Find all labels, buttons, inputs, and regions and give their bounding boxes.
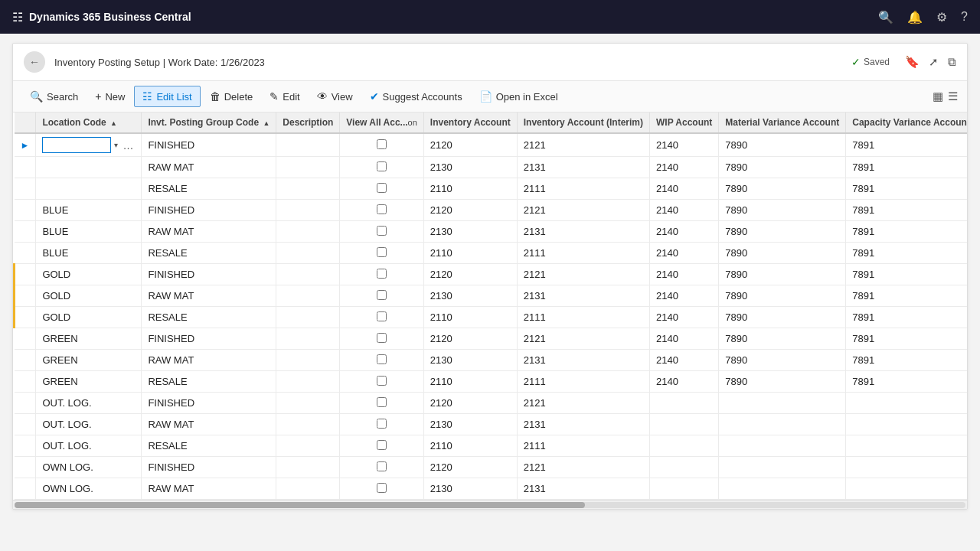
description-cell xyxy=(276,414,340,435)
inventory-account-cell: 2120 xyxy=(423,328,517,350)
view-all-accounts-cell[interactable] xyxy=(340,178,424,200)
table-row: GOLDRESALE21102111214078907891 xyxy=(15,307,968,328)
view-all-accounts-cell[interactable] xyxy=(340,350,424,371)
view-all-accounts-cell[interactable] xyxy=(340,414,424,435)
view-all-accounts-cell[interactable] xyxy=(340,285,424,307)
wip-account-cell xyxy=(649,478,718,500)
view-all-accounts-checkbox[interactable] xyxy=(377,397,387,407)
view-all-accounts-checkbox[interactable] xyxy=(377,419,387,429)
help-icon[interactable]: ? xyxy=(961,10,968,24)
new-button[interactable]: + New xyxy=(87,86,132,106)
view-all-accounts-checkbox[interactable] xyxy=(377,247,387,257)
description-cell xyxy=(276,350,340,371)
search-button[interactable]: 🔍 Search xyxy=(22,86,86,106)
col-description[interactable]: Description xyxy=(276,112,340,133)
view-all-accounts-cell[interactable] xyxy=(340,393,424,414)
column-settings-icon[interactable]: ☰ xyxy=(948,90,958,103)
table-row: GREENFINISHED21202121214078907891 xyxy=(15,328,968,350)
dropdown-chevron-icon[interactable]: ▾ xyxy=(114,141,118,149)
view-all-accounts-cell[interactable] xyxy=(340,200,424,221)
edit-list-label: Edit List xyxy=(156,91,191,103)
view-all-accounts-cell[interactable] xyxy=(340,221,424,243)
view-all-accounts-cell[interactable] xyxy=(340,435,424,457)
col-invt-posting-group-code[interactable]: Invt. Posting Group Code ▲ xyxy=(142,112,276,133)
edit-button[interactable]: ✎ Edit xyxy=(262,86,307,106)
view-all-accounts-cell[interactable] xyxy=(340,157,424,178)
inventory-account-interim-cell: 2121 xyxy=(517,393,649,414)
location-code-cell: OWN LOG. xyxy=(36,457,142,478)
inventory-account-interim-cell: 2131 xyxy=(517,350,649,371)
view-all-accounts-checkbox[interactable] xyxy=(377,333,387,343)
table-body: ►▾…FINISHED21202121214078907891RAW MAT21… xyxy=(15,133,968,500)
inventory-account-cell: 2110 xyxy=(423,243,517,264)
view-all-accounts-checkbox[interactable] xyxy=(377,139,387,149)
col-wip-account[interactable]: WIP Account xyxy=(649,112,718,133)
material-variance-account-cell: 7890 xyxy=(719,200,846,221)
bookmark-icon[interactable]: 🔖 xyxy=(905,55,920,69)
location-code-cell: OUT. LOG. xyxy=(36,393,142,414)
settings-icon[interactable]: ⚙ xyxy=(936,10,947,24)
suggest-accounts-button[interactable]: ✔ Suggest Accounts xyxy=(362,86,470,106)
wip-account-cell: 2140 xyxy=(649,221,718,243)
view-button[interactable]: 👁 View xyxy=(309,86,361,106)
table-row: RESALE21102111214078907891 xyxy=(15,178,968,200)
view-all-accounts-checkbox[interactable] xyxy=(377,183,387,193)
location-code-cell[interactable]: ▾… xyxy=(36,133,142,157)
table-row: OUT. LOG.FINISHED21202121 xyxy=(15,393,968,414)
material-variance-account-cell: 7890 xyxy=(719,243,846,264)
inventory-account-interim-cell: 2131 xyxy=(517,285,649,307)
view-all-accounts-cell[interactable] xyxy=(340,264,424,285)
view-all-accounts-checkbox[interactable] xyxy=(377,311,387,321)
bell-icon[interactable]: 🔔 xyxy=(907,10,923,24)
col-capacity-variance-account[interactable]: Capacity Variance Account xyxy=(846,112,967,133)
col-location-code[interactable]: Location Code ▲ xyxy=(36,112,142,133)
scroll-thumb xyxy=(15,502,585,508)
view-all-accounts-cell[interactable] xyxy=(340,371,424,393)
back-button[interactable]: ← xyxy=(24,51,45,73)
invt-posting-group-code-cell: RAW MAT xyxy=(142,414,276,435)
row-indicator-cell: ► xyxy=(15,133,36,157)
location-code-input[interactable] xyxy=(42,137,111,153)
col-view-all-accounts[interactable]: View All Acc...on xyxy=(340,112,424,133)
cell-more-icon[interactable]: … xyxy=(121,139,135,152)
inventory-account-interim-cell: 2121 xyxy=(517,200,649,221)
delete-button[interactable]: 🗑 Delete xyxy=(202,86,261,106)
edit-list-button[interactable]: ☷ Edit List xyxy=(134,86,200,107)
view-all-accounts-checkbox[interactable] xyxy=(377,376,387,386)
edit-list-icon: ☷ xyxy=(142,90,152,103)
view-all-accounts-checkbox[interactable] xyxy=(377,354,387,364)
view-all-accounts-checkbox[interactable] xyxy=(377,161,387,171)
share-icon[interactable]: ➚ xyxy=(929,55,939,69)
view-all-accounts-checkbox[interactable] xyxy=(377,269,387,279)
view-all-accounts-cell[interactable] xyxy=(340,478,424,500)
invt-posting-group-code-cell: FINISHED xyxy=(142,457,276,478)
view-icon: 👁 xyxy=(317,90,328,103)
row-indicator-cell xyxy=(15,478,36,500)
view-all-accounts-cell[interactable] xyxy=(340,307,424,328)
inventory-account-cell: 2120 xyxy=(423,264,517,285)
view-all-accounts-checkbox[interactable] xyxy=(377,440,387,450)
view-all-accounts-cell[interactable] xyxy=(340,457,424,478)
location-code-cell: OUT. LOG. xyxy=(36,414,142,435)
filter-icon[interactable]: ▦ xyxy=(933,90,943,103)
edit-label: Edit xyxy=(283,91,299,103)
view-all-accounts-cell[interactable] xyxy=(340,328,424,350)
search-icon[interactable]: 🔍 xyxy=(878,10,893,24)
location-code-cell: OWN LOG. xyxy=(36,478,142,500)
view-all-accounts-checkbox[interactable] xyxy=(377,461,387,471)
view-all-accounts-cell[interactable] xyxy=(340,133,424,157)
table-row: OUT. LOG.RESALE21102111 xyxy=(15,435,968,457)
col-inventory-account-interim[interactable]: Inventory Account (Interim) xyxy=(517,112,649,133)
view-all-accounts-cell[interactable] xyxy=(340,243,424,264)
col-inventory-account[interactable]: Inventory Account xyxy=(423,112,517,133)
col-material-variance-account[interactable]: Material Variance Account xyxy=(719,112,846,133)
wip-account-cell: 2140 xyxy=(649,157,718,178)
horizontal-scrollbar[interactable] xyxy=(13,500,967,509)
page-container: ← Inventory Posting Setup | Work Date: 1… xyxy=(12,43,968,510)
fullscreen-icon[interactable]: ⧉ xyxy=(948,55,956,69)
open-in-excel-button[interactable]: 📄 Open in Excel xyxy=(472,86,566,106)
view-all-accounts-checkbox[interactable] xyxy=(377,226,387,236)
view-all-accounts-checkbox[interactable] xyxy=(377,204,387,214)
view-all-accounts-checkbox[interactable] xyxy=(377,290,387,300)
view-all-accounts-checkbox[interactable] xyxy=(377,483,387,493)
